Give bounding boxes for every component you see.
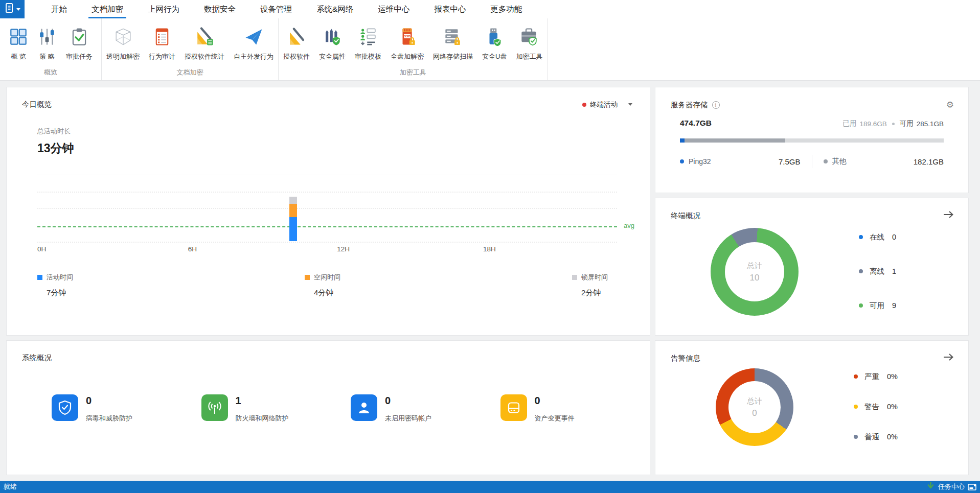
terminal-donut-chart: 总计 10	[711, 228, 799, 316]
legend-value: 7.5GB	[779, 157, 801, 166]
server-lock-icon	[443, 22, 463, 51]
tab-web-behavior[interactable]: 上网行为	[135, 0, 192, 18]
avg-line	[37, 226, 617, 227]
ribbon-item-encryption-tools[interactable]: 加密工具	[511, 21, 547, 62]
storage-legend-other: 其他 182.1GB	[824, 157, 944, 166]
stat-no-password-accounts[interactable]: 0 未启用密码帐户	[351, 394, 500, 423]
approval-clipboard-icon	[70, 22, 89, 51]
tab-device-management[interactable]: 设备管理	[248, 0, 304, 18]
app-menu-button[interactable]	[0, 0, 25, 18]
ruler-pencil-stats-icon	[195, 22, 214, 51]
legend-item-idle: 空闲时间 4分钟	[305, 273, 340, 298]
tab-doc-encryption[interactable]: 文档加密	[79, 0, 135, 18]
legend-dot	[859, 235, 863, 239]
donut-center-label: 总计	[747, 396, 762, 406]
ribbon-item-label: 行为审计	[149, 52, 175, 61]
terminal-activity-dropdown[interactable]: 终端活动	[582, 100, 635, 109]
tab-home[interactable]: 开始	[39, 0, 79, 18]
cube-icon	[113, 22, 133, 51]
ribbon-item-approval-tasks[interactable]: 审批任务	[61, 21, 97, 62]
stat-firewall-network[interactable]: 1 防火墙和网络防护	[201, 394, 351, 423]
ssd-lock-icon: SSD	[398, 22, 417, 51]
ribbon-item-self-outgoing[interactable]: 自主外发行为	[229, 21, 278, 62]
terminal-card-title: 终端概况	[671, 211, 700, 221]
legend-dot	[854, 405, 858, 409]
gridline	[37, 192, 617, 193]
usb-shield-icon	[485, 22, 504, 51]
ribbon-item-licensed-software-stats[interactable]: 授权软件统计	[180, 21, 229, 62]
legend-label: 在线	[870, 232, 884, 242]
audit-list-icon	[152, 22, 172, 51]
terminal-donut-section: 总计 10 在线 0 离线 1	[655, 221, 968, 316]
stat-label: 防火墙和网络防护	[236, 414, 289, 423]
x-tick: 6H	[188, 245, 197, 253]
tab-system-network[interactable]: 系统&网络	[304, 0, 366, 18]
ribbon-item-behavior-audit[interactable]: 行为审计	[144, 21, 180, 62]
legend-dot	[859, 269, 863, 273]
ribbon-item-transparent-encryption[interactable]: 透明加解密	[102, 21, 144, 62]
ribbon-item-policy[interactable]: 策 略	[33, 21, 61, 62]
terminal-overview-card: 终端概况 总计 10	[655, 198, 969, 336]
info-icon[interactable]: i	[712, 101, 720, 109]
ribbon-item-secure-usb[interactable]: 安全U盘	[477, 21, 511, 62]
system-card-title: 系统概况	[22, 353, 52, 363]
legend-value: 182.1GB	[914, 157, 944, 166]
tab-report-center[interactable]: 报表中心	[422, 0, 478, 18]
arrow-right-icon[interactable]	[943, 353, 954, 363]
activity-timeline-chart: avg 0H 6H 12H 18H	[37, 175, 617, 257]
stat-value: 0	[385, 395, 431, 407]
donut-center: 总计 10	[725, 242, 784, 301]
arrow-right-icon[interactable]	[943, 210, 954, 221]
alerts-card: 告警信息 总计 0	[655, 340, 969, 475]
tab-data-security[interactable]: 数据安全	[192, 0, 248, 18]
stat-value: 0	[86, 395, 132, 407]
task-center-button[interactable]: 任务中心	[927, 482, 965, 492]
legend-label: 普通	[864, 432, 879, 442]
gridline	[37, 242, 617, 243]
total-activity-label: 总活动时长	[37, 127, 650, 136]
terminal-legend: 在线 0 离线 1 可用 9	[859, 232, 896, 311]
chart-legend: 活动时间 7分钟 空闲时间 4分钟 锁屏时间 2分钟	[37, 273, 608, 298]
ribbon-item-overview[interactable]: 概 览	[4, 21, 33, 62]
tab-bar: 开始 文档加密 上网行为 数据安全 设备管理 系统&网络 运维中心 报表中心 更…	[0, 0, 980, 18]
ribbon-item-licensed-software[interactable]: 授权软件	[279, 21, 314, 62]
x-tick: 18H	[483, 245, 496, 253]
system-stats-row: 0 病毒和威胁防护 1 防火墙和网络防护	[7, 394, 650, 423]
total-activity-stat: 总活动时长 13分钟	[37, 127, 650, 156]
ribbon-item-security-attributes[interactable]: 安全属性	[314, 21, 350, 62]
storage-summary: 474.7GB 已用 189.6GB 可用 285.1GB	[680, 119, 944, 128]
server-storage-card: 服务器存储 i ⚙ 474.7GB 已用 189.6GB 可用 285.1GB	[655, 87, 969, 193]
chart-plot-area	[37, 175, 617, 241]
gear-icon[interactable]: ⚙	[946, 100, 954, 110]
dot-separator-icon	[892, 123, 895, 125]
red-dot-icon	[582, 103, 586, 107]
asset-device-icon	[500, 394, 527, 421]
donut-center-value: 10	[750, 273, 760, 283]
stat-asset-changes[interactable]: 0 资产变更事件	[500, 394, 650, 423]
donut-center-value: 0	[752, 408, 757, 418]
ribbon: 概 览 策 略 审批任务 概览	[0, 18, 980, 81]
legend-label: 活动时间	[47, 273, 73, 282]
user-icon	[351, 394, 377, 421]
ribbon-item-label: 自主外发行为	[234, 52, 274, 61]
used-value: 189.6GB	[859, 120, 886, 128]
storage-legend: Ping32 7.5GB 其他 182.1GB	[680, 155, 944, 168]
ribbon-item-label: 概 览	[11, 52, 26, 61]
stat-virus-protection[interactable]: 0 病毒和威胁防护	[52, 394, 201, 423]
ribbon-group-label: 加密工具	[279, 68, 547, 80]
stat-label: 资产变更事件	[535, 414, 575, 423]
ribbon-item-approval-templates[interactable]: 审批模板	[350, 21, 386, 62]
legend-item-lock: 锁屏时间 2分钟	[572, 273, 608, 298]
window-panel-icon[interactable]	[968, 484, 976, 490]
tab-more-features[interactable]: 更多功能	[478, 0, 534, 18]
template-list-icon	[358, 22, 378, 51]
dropdown-label: 终端活动	[590, 100, 618, 109]
ribbon-item-network-storage-scan[interactable]: 网络存储扫描	[428, 21, 477, 62]
svg-text:SSD: SSD	[404, 35, 411, 38]
legend-item-online: 在线 0	[859, 232, 896, 242]
alerts-legend: 严重 0% 警告 0% 普通 0%	[854, 372, 898, 442]
legend-value: 0	[892, 233, 896, 241]
ribbon-item-full-disk-encryption[interactable]: SSD 全盘加解密	[386, 21, 428, 62]
tab-ops-center[interactable]: 运维中心	[366, 0, 422, 18]
legend-item-available: 可用 9	[859, 301, 896, 311]
